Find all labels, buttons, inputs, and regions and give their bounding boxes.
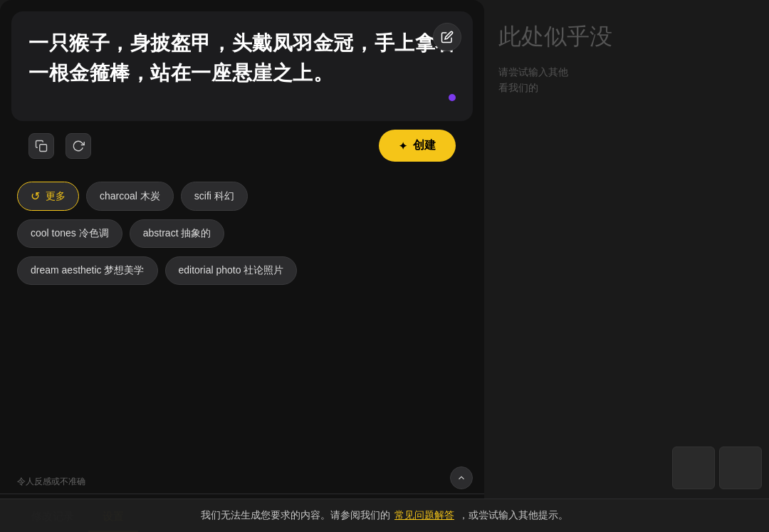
tag-abstract-text: abstract 抽象的	[143, 227, 211, 240]
purple-dot	[449, 94, 456, 101]
notification-bar: 我们无法生成您要求的内容。请参阅我们的 常见问题解答 ，或尝试输入其他提示。	[0, 499, 769, 532]
empty-state-title: 此处似乎没	[498, 21, 612, 53]
notification-text-after: ，或尝试输入其他提示。	[459, 509, 568, 522]
action-icons	[28, 133, 91, 159]
prompt-card: 一只猴子，身披盔甲，头戴凤羽金冠，手上拿着一根金箍棒，站在一座悬崖之上。	[11, 11, 473, 121]
refresh-button[interactable]	[66, 133, 91, 159]
copy-button[interactable]	[28, 133, 54, 159]
action-bar: ✦ 创建	[11, 121, 473, 170]
edit-prompt-button[interactable]	[433, 23, 461, 51]
tag-dream-aesthetic[interactable]: dream aesthetic 梦想美学	[17, 256, 158, 285]
tag-abstract[interactable]: abstract 抽象的	[130, 219, 225, 248]
svg-rect-0	[40, 144, 47, 151]
notification-text-before: 我们无法生成您要求的内容。请参阅我们的	[201, 509, 390, 522]
tag-cool-tones-text: cool tones 冷色调	[31, 227, 109, 240]
edit-icon	[441, 31, 454, 43]
create-button[interactable]: ✦ 创建	[379, 130, 456, 162]
notification-link[interactable]: 常见问题解答	[394, 509, 454, 522]
thumbnail-2	[719, 447, 762, 489]
star-icon: ✦	[399, 140, 407, 152]
tag-charcoal[interactable]: charcoal 木炭	[86, 182, 174, 211]
empty-hint-line2: 看我们的	[498, 82, 538, 93]
bottom-warning: 令人反感或不准确	[0, 470, 103, 494]
tag-editorial-photo[interactable]: editorial photo 社论照片	[165, 256, 298, 285]
copy-icon	[35, 140, 48, 152]
refresh-icon	[72, 140, 85, 152]
prompt-text: 一只猴子，身披盔甲，头戴凤羽金冠，手上拿着一根金箍棒，站在一座悬崖之上。	[28, 28, 456, 88]
more-tags-button[interactable]: ↺ 更多	[17, 182, 79, 211]
empty-state-hint: 请尝试输入其他 看我们的	[498, 64, 568, 96]
chevron-up-button[interactable]	[450, 466, 473, 489]
empty-hint-line1: 请尝试输入其他	[498, 66, 568, 78]
tags-row-3: dream aesthetic 梦想美学 editorial photo 社论照…	[17, 256, 467, 285]
tags-section: ↺ 更多 charcoal 木炭 scifi 科幻 cool tones 冷色调…	[0, 170, 484, 296]
tag-charcoal-text: charcoal 木炭	[100, 190, 160, 203]
create-label: 创建	[413, 138, 436, 153]
left-panel: 一只猴子，身披盔甲，头戴凤羽金冠，手上拿着一根金箍棒，站在一座悬崖之上。	[0, 0, 484, 532]
tag-editorial-photo-text: editorial photo 社论照片	[179, 264, 284, 277]
tag-scifi-text: scifi 科幻	[194, 190, 234, 203]
tag-dream-aesthetic-text: dream aesthetic 梦想美学	[31, 264, 145, 277]
tag-cool-tones[interactable]: cool tones 冷色调	[17, 219, 122, 248]
tag-scifi[interactable]: scifi 科幻	[181, 182, 248, 211]
refresh-tags-icon: ↺	[31, 189, 40, 203]
thumbnail-1	[672, 447, 715, 489]
prompt-card-bottom	[28, 88, 456, 104]
chevron-up-icon	[456, 473, 466, 483]
thumbnail-area	[672, 447, 769, 489]
right-panel: 此处似乎没 请尝试输入其他 看我们的	[484, 0, 769, 532]
tags-row-2: cool tones 冷色调 abstract 抽象的	[17, 219, 467, 248]
main-container: 一只猴子，身披盔甲，头戴凤羽金冠，手上拿着一根金箍棒，站在一座悬崖之上。	[0, 0, 769, 532]
more-label: 更多	[46, 190, 66, 203]
tags-row-1: ↺ 更多 charcoal 木炭 scifi 科幻	[17, 182, 467, 211]
